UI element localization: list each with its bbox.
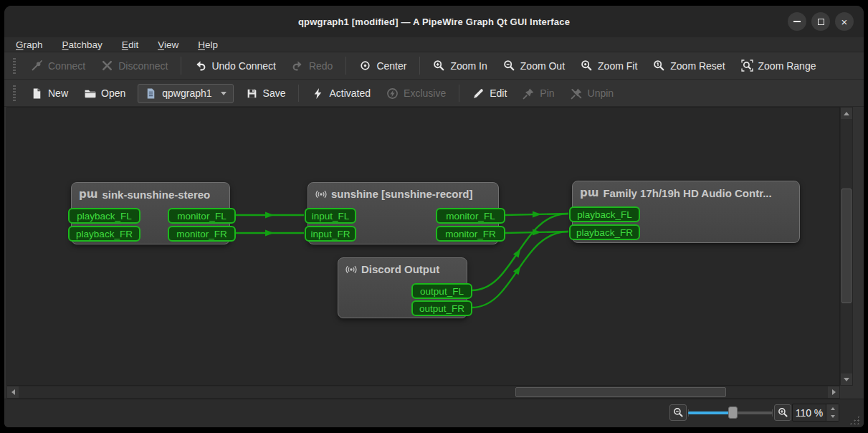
- exclusive-button[interactable]: Exclusive: [378, 84, 454, 103]
- port-output[interactable]: monitor_FL: [436, 208, 505, 224]
- zoom-range-icon: [741, 60, 753, 72]
- statusbar-zoom-in-button[interactable]: [774, 404, 791, 421]
- maximize-button[interactable]: [811, 12, 830, 31]
- scroll-down-button[interactable]: [841, 373, 852, 385]
- activated-button[interactable]: Activated: [304, 84, 378, 103]
- zoom-reset-label: Zoom Reset: [670, 60, 725, 72]
- node-title: Discord Output: [338, 258, 467, 275]
- zoom-spinbox: [792, 404, 839, 422]
- statusbar-zoom-out-button[interactable]: [669, 404, 687, 421]
- new-button[interactable]: New: [23, 84, 76, 103]
- horizontal-scroll-thumb[interactable]: [515, 387, 726, 397]
- port-output[interactable]: monitor_FR: [168, 226, 236, 242]
- resize-grip[interactable]: [849, 415, 860, 424]
- horizontal-scrollbar[interactable]: [6, 386, 840, 399]
- port-input[interactable]: playback_FL: [569, 206, 640, 222]
- arrow-right-icon: [832, 389, 836, 395]
- open-button[interactable]: Open: [76, 84, 133, 103]
- window-title: qpwgraph1 [modified] — A PipeWire Graph …: [298, 16, 570, 27]
- open-label: Open: [101, 87, 125, 99]
- menu-patchbay[interactable]: Patchbay: [62, 39, 102, 50]
- menu-help[interactable]: Help: [198, 39, 218, 50]
- port-output[interactable]: monitor_FL: [168, 208, 236, 224]
- node-discord-output[interactable]: Discord Output output_FL output_FR: [338, 257, 467, 318]
- port-input[interactable]: playback_FR: [68, 226, 140, 242]
- spin-down-button[interactable]: [826, 413, 839, 422]
- arrow-up-icon: [844, 112, 849, 115]
- patchbay-select-value: qpwgraph1: [162, 87, 211, 99]
- connections-layer: [7, 108, 840, 386]
- menu-graph[interactable]: Graph: [16, 39, 43, 50]
- close-button[interactable]: ×: [835, 12, 854, 31]
- save-button[interactable]: Save: [238, 84, 294, 103]
- disconnect-button[interactable]: Disconnect: [93, 56, 176, 75]
- port-output[interactable]: output_FR: [411, 300, 472, 316]
- toolbar-drag-handle[interactable]: [13, 85, 16, 101]
- unpin-label: Unpin: [588, 87, 614, 99]
- chevron-down-icon: [221, 92, 226, 95]
- node-title: pɯ Family 17h/19h HD Audio Contr...: [573, 181, 799, 199]
- undo-connect-button[interactable]: Undo Connect: [186, 56, 284, 75]
- zoom-slider[interactable]: [688, 404, 773, 421]
- patchbay-select-dropdown[interactable]: qpwgraph1: [138, 84, 233, 103]
- connect-button[interactable]: Connect: [23, 56, 93, 75]
- vertical-scroll-thumb[interactable]: [841, 189, 852, 303]
- disconnect-icon: [101, 60, 113, 72]
- zoom-fit-button[interactable]: Zoom Fit: [573, 56, 645, 75]
- port-output[interactable]: monitor_FR: [436, 226, 505, 242]
- zoom-reset-button[interactable]: Zoom Reset: [645, 56, 733, 75]
- node-title: pɯ sink-sunshine-stereo: [72, 183, 229, 201]
- menubar: Graph Patchbay Edit View Help: [4, 37, 864, 52]
- pipewire-icon: pɯ: [580, 186, 598, 199]
- zoom-range-button[interactable]: Zoom Range: [733, 56, 824, 75]
- zoom-reset-icon: [653, 60, 665, 72]
- center-icon: [359, 60, 371, 72]
- menu-view[interactable]: View: [158, 39, 178, 50]
- scroll-left-button[interactable]: [7, 386, 19, 398]
- zoom-in-icon: [778, 407, 788, 418]
- zoom-in-button[interactable]: Zoom In: [425, 56, 495, 75]
- graph-canvas[interactable]: pɯ sink-sunshine-stereo playback_FL play…: [6, 107, 840, 386]
- port-input[interactable]: playback_FL: [68, 208, 140, 224]
- zoom-fit-label: Zoom Fit: [598, 60, 637, 72]
- save-icon: [246, 87, 258, 100]
- pin-button[interactable]: Pin: [515, 84, 562, 103]
- toolbar-separator: [459, 85, 459, 102]
- vertical-scrollbar[interactable]: [840, 107, 853, 386]
- port-input[interactable]: input_FL: [305, 208, 356, 224]
- redo-button[interactable]: Redo: [284, 56, 340, 75]
- arrow-down-icon: [831, 415, 835, 418]
- stream-icon: [345, 264, 357, 275]
- edit-button[interactable]: Edit: [464, 84, 515, 103]
- zoom-out-label: Zoom Out: [520, 60, 565, 72]
- scroll-up-button[interactable]: [841, 108, 852, 119]
- center-button[interactable]: Center: [351, 56, 414, 75]
- disconnect-label: Disconnect: [118, 60, 168, 72]
- minimize-button[interactable]: [788, 12, 806, 31]
- menu-edit[interactable]: Edit: [122, 39, 138, 50]
- node-sink-sunshine-stereo[interactable]: pɯ sink-sunshine-stereo playback_FL play…: [71, 182, 230, 244]
- graph-toolbar: Connect Disconnect Undo Connect Redo Cen…: [4, 52, 864, 80]
- edit-label: Edit: [490, 87, 507, 99]
- stream-icon: [315, 189, 327, 200]
- node-family-hd-audio[interactable]: pɯ Family 17h/19h HD Audio Contr... play…: [572, 181, 800, 243]
- port-input[interactable]: input_FR: [305, 226, 356, 242]
- port-input[interactable]: playback_FR: [569, 224, 640, 240]
- zoom-out-button[interactable]: Zoom Out: [495, 56, 573, 75]
- zoom-slider-handle[interactable]: [728, 406, 738, 419]
- node-sunshine-record[interactable]: sunshine [sunshine-record] input_FL inpu…: [307, 182, 499, 244]
- port-output[interactable]: output_FL: [411, 283, 472, 299]
- toolbar-drag-handle[interactable]: [13, 58, 16, 74]
- new-file-icon: [31, 87, 43, 100]
- scroll-right-button[interactable]: [828, 386, 839, 398]
- zoom-range-label: Zoom Range: [758, 60, 816, 72]
- qpwgraph-window: qpwgraph1 [modified] — A PipeWire Graph …: [4, 6, 864, 427]
- spin-up-button[interactable]: [826, 404, 839, 413]
- arrow-down-icon: [844, 378, 849, 381]
- zoom-in-icon: [433, 60, 445, 72]
- toolbar-separator: [298, 85, 299, 102]
- zoom-value-input[interactable]: [793, 404, 826, 421]
- unpin-button[interactable]: Unpin: [563, 84, 622, 103]
- titlebar[interactable]: qpwgraph1 [modified] — A PipeWire Graph …: [4, 6, 864, 37]
- exclusive-icon: [386, 87, 399, 100]
